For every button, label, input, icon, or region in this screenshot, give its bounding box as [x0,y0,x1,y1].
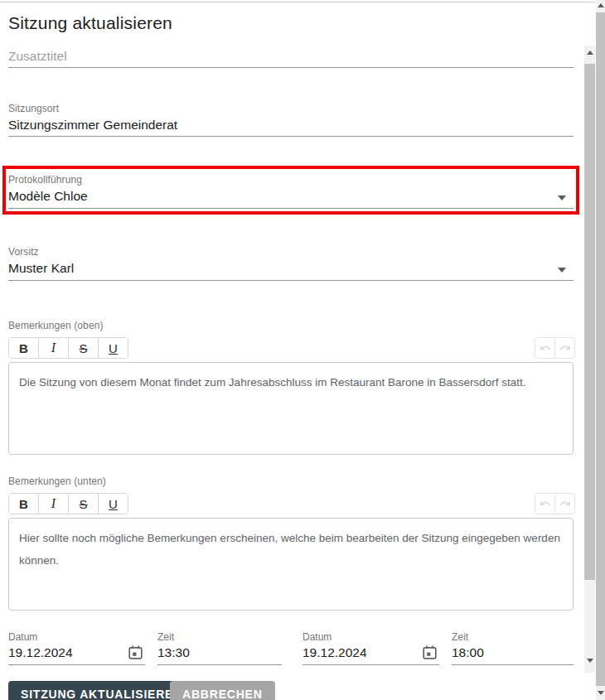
undo-icon [540,342,551,354]
zeit-ende-value: 18:00 [452,645,574,660]
zeit-ende-input[interactable]: Zeit 18:00 [452,631,574,665]
input-underline [8,67,574,68]
undo-button[interactable] [535,494,555,514]
input-underline [8,208,574,209]
bold-button[interactable]: B [9,494,39,514]
scrollbar-down-icon[interactable] [596,691,605,695]
zeit-start-value: 13:30 [157,645,282,660]
zeit-ende-label: Zeit [452,631,574,643]
italic-button[interactable]: I [39,494,69,514]
scrollbar-up-icon[interactable] [596,3,605,7]
zusatztitel-placeholder: Zusatztitel [8,49,67,63]
scrollbar-thumb[interactable] [596,12,605,686]
zeit-start-label: Zeit [157,631,282,643]
strikethrough-button[interactable]: S [69,338,99,358]
chevron-down-icon [558,196,566,200]
bemerkungen-unten-editor[interactable]: Hier sollte noch mögliche Bemerkungen er… [8,518,574,611]
redo-icon [559,498,571,509]
calendar-icon[interactable] [128,644,143,664]
input-underline [302,664,439,665]
zusatztitel-input[interactable]: Zusatztitel [8,49,574,68]
bemerkungen-oben-editor[interactable]: Die Sitzung von diesem Monat findet zum … [8,362,574,455]
datum-start-input[interactable]: Datum 19.12.2024 [8,631,145,665]
scrollbar-up-icon[interactable] [584,51,595,55]
submit-button[interactable]: SITZUNG AKTUALISIEREN [8,681,195,700]
scrollbar-thumb[interactable] [584,64,595,580]
scrollbar-down-icon[interactable] [584,659,595,663]
cancel-button[interactable]: ABBRECHEN [170,681,275,700]
vorsitz-select[interactable]: Vorsitz Muster Karl [8,246,574,281]
sitzungsort-value: Sitzungszimmer Gemeinderat [8,118,574,133]
format-toolbar: B I S U [8,337,128,359]
redo-button[interactable] [555,338,574,358]
underline-button[interactable]: U [99,494,128,514]
datum-ende-label: Datum [302,631,439,643]
undo-button[interactable] [535,338,555,358]
bemerkungen-oben-label: Bemerkungen (oben) [8,320,104,331]
calendar-icon[interactable] [422,644,438,664]
update-meeting-dialog: Sitzung aktualisieren Zusatztitel Sitzun… [0,0,605,700]
dialog-scrollbar[interactable] [584,46,595,673]
bemerkungen-unten-label: Bemerkungen (unten) [8,476,106,487]
input-underline [8,664,145,665]
bold-button[interactable]: B [9,338,39,358]
protokollfuehrung-select[interactable]: Protokollführung Modèle Chloe [8,174,574,209]
vorsitz-label: Vorsitz [8,246,574,258]
underline-button[interactable]: U [99,338,128,358]
page-title: Sitzung aktualisieren [8,13,172,33]
italic-button[interactable]: I [39,338,69,358]
input-underline [8,280,574,281]
input-underline [8,136,574,137]
datum-start-label: Datum [8,631,145,643]
format-toolbar: B I S U [8,493,128,514]
sitzungsort-input[interactable]: Sitzungsort Sitzungszimmer Gemeinderat [8,103,574,137]
protokollfuehrung-label: Protokollführung [8,174,574,186]
input-underline [157,664,282,665]
sitzungsort-label: Sitzungsort [8,103,574,114]
history-toolbar [535,493,575,514]
datum-ende-input[interactable]: Datum 19.12.2024 [302,631,439,665]
vorsitz-value: Muster Karl [8,261,574,276]
zeit-start-input[interactable]: Zeit 13:30 [157,631,282,665]
datum-ende-value: 19.12.2024 [302,645,439,660]
strikethrough-button[interactable]: S [69,494,99,514]
redo-button[interactable] [555,494,574,514]
datum-start-value: 19.12.2024 [8,645,145,660]
history-toolbar [535,337,575,359]
chevron-down-icon [558,268,566,273]
input-underline [452,664,574,665]
redo-icon [559,342,571,354]
page-scrollbar[interactable] [596,0,605,700]
protokollfuehrung-value: Modèle Chloe [8,189,574,204]
undo-icon [540,498,551,509]
dialog-top-border [0,2,595,2]
